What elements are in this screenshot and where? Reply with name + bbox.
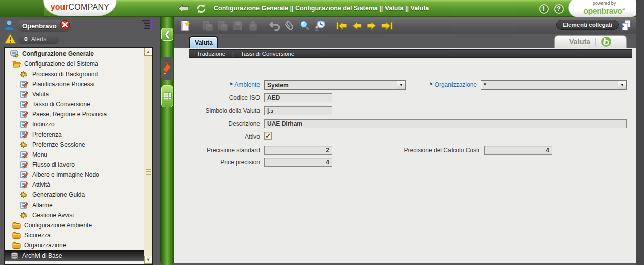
menu-item-label: Configurazione Ambiente — [24, 222, 92, 229]
menu-item-label: Sicurezza — [24, 232, 51, 239]
ambiente-label[interactable]: ⚑ Ambiente — [179, 81, 260, 88]
menu-item-label: Configurazione del Sistema — [24, 60, 98, 68]
window-icon — [20, 121, 29, 128]
codice-iso-label: Codice ISO — [179, 94, 260, 101]
linked-items-button[interactable]: Elementi collegati — [556, 20, 619, 30]
menu-item-valuta[interactable]: Valuta — [5, 89, 144, 99]
menu-item-sicurezza[interactable]: Sicurezza — [5, 230, 144, 240]
folder-open-icon — [12, 60, 21, 68]
toolbar-separator — [264, 20, 264, 31]
window-icon — [20, 161, 29, 169]
edit-view-icon[interactable] — [161, 57, 173, 80]
collapse-sidebar-button[interactable]: ❮ — [161, 28, 173, 41]
precisione-standard-label: Precisione standard — [179, 147, 260, 154]
session-user-name: Openbravo — [22, 22, 57, 30]
linked-items-icon[interactable] — [620, 19, 632, 33]
refresh-icon[interactable] — [195, 2, 208, 15]
openbravo-logo-icon — [601, 36, 612, 47]
nav-first-icon[interactable] — [335, 19, 348, 32]
menu-item-label: Indirizzo — [32, 121, 55, 128]
window-icon — [20, 202, 29, 209]
menu-item-prefernze-sessione[interactable]: Prefernze Sessione — [5, 140, 144, 150]
price-precision-field[interactable]: 4 — [264, 158, 332, 167]
menu-item-menu[interactable]: Menu — [5, 150, 144, 160]
alerts-pill[interactable]: 0 Alerts — [18, 34, 59, 44]
menu-item-attivit-[interactable]: Attività — [5, 180, 144, 190]
menu-item-paese-regione-e-provincia[interactable]: Paese, Regione e Provincia — [5, 109, 144, 119]
grid-view-icon[interactable] — [161, 85, 173, 107]
window-icon — [20, 131, 29, 139]
folder-icon — [12, 242, 21, 249]
organizzazione-label[interactable]: ⚑ Organizzazione — [396, 81, 477, 88]
back-icon[interactable] — [177, 2, 190, 15]
powered-by-text: powered by — [593, 1, 616, 6]
nav-prev-icon[interactable] — [350, 19, 363, 32]
precisione-standard-field[interactable]: 2 — [264, 146, 332, 155]
menu-item-pianificazione-processi[interactable]: Pianificazione Processi — [5, 79, 144, 89]
window-right-edge — [636, 0, 644, 265]
descrizione-field[interactable]: UAE Dirham — [264, 119, 627, 128]
link-field-icon: ⚑ — [229, 82, 233, 87]
menu-item-allarme[interactable]: Allarme — [5, 200, 144, 210]
search-icon[interactable] — [298, 19, 311, 32]
audit-icon[interactable] — [313, 19, 327, 32]
menu-item-label: Preferenza — [32, 131, 62, 138]
menu-item-generazione-guida[interactable]: Generazione Guida — [5, 190, 144, 200]
tab-valuta-label: Valuta — [195, 39, 212, 46]
chevron-down-icon[interactable]: ▼ — [618, 81, 626, 89]
menu-item-archivi-di-base[interactable]: Archivi di Base — [5, 250, 144, 261]
menu-item-configurazione-del-sistema[interactable]: Configurazione del Sistema — [5, 59, 144, 69]
menu-item-indirizzo[interactable]: Indirizzo — [5, 119, 144, 129]
scroll-down-icon[interactable]: ▼ — [144, 256, 152, 264]
simbolo-valuta-label: Simbolo della Valuta — [179, 107, 260, 114]
tab-valuta[interactable]: Valuta — [189, 36, 218, 48]
menu-item-flusso-di-lavoro[interactable]: Flusso di lavoro — [5, 160, 144, 170]
attachment-icon[interactable] — [283, 19, 296, 32]
descrizione-label: Descrizione — [179, 120, 260, 127]
precisione-calcolo-costi-field[interactable]: 4 — [484, 146, 552, 155]
module-icon — [10, 50, 19, 58]
folder-icon — [12, 232, 21, 239]
nav-last-icon[interactable] — [380, 19, 394, 32]
scroll-thumb[interactable] — [146, 169, 151, 175]
close-session-icon[interactable] — [60, 20, 70, 32]
tab-valuta-right[interactable]: Valuta — [554, 35, 627, 48]
menu-item-processo-di-background[interactable]: Processo di Background — [5, 69, 144, 79]
organizzazione-dropdown[interactable]: * ▼ — [481, 80, 627, 90]
menu-item-preferenza[interactable]: Preferenza — [5, 129, 144, 140]
alerts-count: 0 — [24, 36, 28, 43]
menu-collapse-icon[interactable] — [141, 19, 154, 33]
menu-item-configurazione-ambiente[interactable]: Configurazione Ambiente — [5, 220, 144, 230]
openbravo-brand-text: openbravo — [583, 7, 622, 16]
menu-list: Configurazione GeneraleConfigurazione de… — [5, 49, 144, 261]
menu-item-label: Gestione Avvisi — [32, 212, 74, 219]
sub-tab-tassi-di-conversione[interactable]: Tassi di Conversione — [234, 51, 301, 57]
ambiente-dropdown[interactable]: System ▼ — [264, 80, 406, 90]
scroll-up-icon[interactable]: ▲ — [144, 48, 152, 56]
openbravo-logo[interactable]: powered by openbravo◕ — [568, 0, 640, 17]
menu-item-label: Prefernze Sessione — [32, 141, 85, 148]
codice-iso-field[interactable]: AED — [264, 93, 332, 102]
precisione-calcolo-costi-label: Precisione del Calcolo Costi — [396, 147, 479, 154]
user-icon — [3, 19, 15, 33]
menu-item-organizzazione[interactable]: Organizzazione — [5, 240, 144, 250]
new-record-icon[interactable] — [179, 19, 192, 32]
sub-tab-traduzione[interactable]: Traduzione — [189, 51, 232, 57]
navigation-menu-panel: Configurazione GeneraleConfigurazione de… — [4, 47, 153, 265]
undo-icon[interactable] — [268, 19, 281, 32]
info-icon[interactable]: i — [537, 2, 550, 15]
process-icon — [20, 71, 29, 78]
menu-item-tasso-di-conversione[interactable]: Tasso di Conversione — [5, 99, 144, 109]
sidebar-divider: ❮ — [160, 17, 174, 265]
menu-item-configurazione-generale[interactable]: Configurazione Generale — [5, 49, 144, 59]
menu-item-albero-e-immagine-nodo[interactable]: Albero e Immagine Nodo — [5, 170, 144, 180]
nav-next-icon[interactable] — [365, 19, 378, 32]
menu-scrollbar[interactable]: ▲ ▼ — [144, 48, 152, 264]
attivo-checkbox[interactable]: ✓ — [264, 132, 272, 140]
window-icon — [20, 81, 29, 88]
company-logo-your: your — [51, 3, 69, 12]
help-icon[interactable]: ? — [552, 2, 565, 15]
simbolo-valuta-field[interactable]: د.إ — [264, 106, 332, 115]
menu-item-gestione-avvisi[interactable]: Gestione Avvisi — [5, 210, 144, 220]
company-logo: yourCOMPANY — [43, 0, 117, 16]
